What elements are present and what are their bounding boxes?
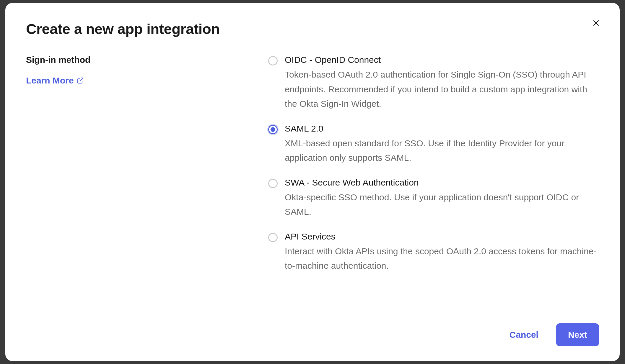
svg-line-2 — [80, 78, 83, 81]
option-title: API Services — [285, 232, 599, 242]
option-text: API Services Interact with Okta APIs usi… — [285, 232, 599, 273]
radio-option-api-services[interactable]: API Services Interact with Okta APIs usi… — [268, 232, 599, 273]
learn-more-label: Learn More — [26, 76, 74, 86]
option-description: Token-based OAuth 2.0 authentication for… — [285, 67, 599, 111]
radio-option-saml[interactable]: SAML 2.0 XML-based open standard for SSO… — [268, 124, 599, 165]
radio-option-swa[interactable]: SWA - Secure Web Authentication Okta-spe… — [268, 178, 599, 219]
option-text: SWA - Secure Web Authentication Okta-spe… — [285, 178, 599, 219]
create-app-integration-modal: Create a new app integration Sign-in met… — [5, 3, 620, 361]
radio-option-oidc[interactable]: OIDC - OpenID Connect Token-based OAuth … — [268, 55, 599, 111]
right-column: OIDC - OpenID Connect Token-based OAuth … — [268, 55, 599, 311]
modal-title: Create a new app integration — [26, 21, 599, 37]
modal-footer: Cancel Next — [26, 323, 599, 346]
close-button[interactable] — [590, 17, 602, 29]
option-text: OIDC - OpenID Connect Token-based OAuth … — [285, 55, 599, 111]
radio-indicator — [268, 56, 278, 65]
next-button[interactable]: Next — [556, 323, 599, 346]
option-title: SWA - Secure Web Authentication — [285, 178, 599, 188]
option-title: OIDC - OpenID Connect — [285, 55, 599, 65]
left-column: Sign-in method Learn More — [26, 55, 262, 311]
radio-indicator — [268, 125, 278, 134]
external-link-icon — [77, 77, 84, 84]
cancel-button[interactable]: Cancel — [504, 327, 544, 343]
radio-indicator — [268, 179, 278, 188]
option-description: XML-based open standard for SSO. Use if … — [285, 136, 599, 165]
section-label: Sign-in method — [26, 55, 262, 65]
radio-indicator — [268, 233, 278, 242]
option-description: Interact with Okta APIs using the scoped… — [285, 244, 599, 273]
learn-more-link[interactable]: Learn More — [26, 76, 84, 86]
option-title: SAML 2.0 — [285, 124, 599, 134]
option-description: Okta-specific SSO method. Use if your ap… — [285, 190, 599, 219]
sign-in-method-radio-group: OIDC - OpenID Connect Token-based OAuth … — [268, 55, 599, 273]
option-text: SAML 2.0 XML-based open standard for SSO… — [285, 124, 599, 165]
close-icon — [592, 19, 600, 27]
modal-content: Sign-in method Learn More OIDC - OpenID … — [26, 55, 599, 311]
